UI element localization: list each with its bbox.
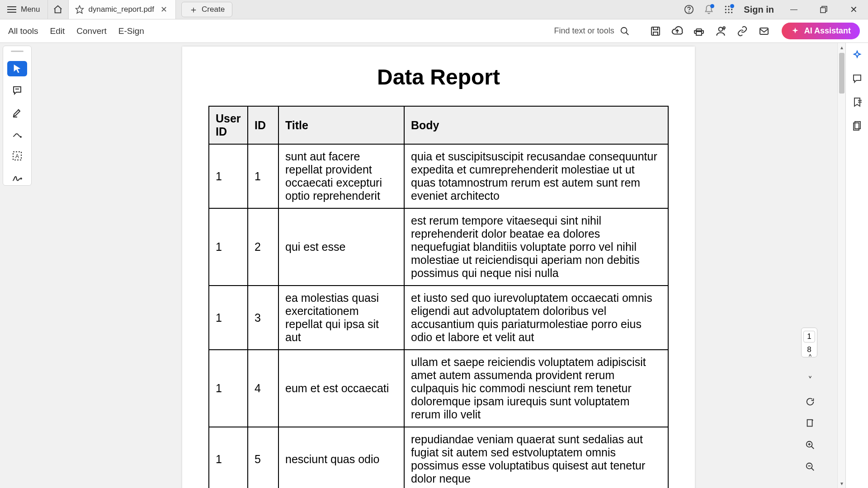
ai-assistant-label: AI Assistant	[804, 26, 851, 36]
hamburger-icon	[7, 6, 16, 13]
svg-text:A: A	[15, 153, 19, 160]
create-button[interactable]: ＋ Create	[181, 2, 232, 17]
window-maximize-button[interactable]	[814, 6, 834, 13]
svg-point-4	[728, 6, 730, 7]
floating-controls: ˄ ˅	[801, 349, 819, 476]
pages-panel-button[interactable]	[851, 120, 863, 131]
all-tools-button[interactable]: All tools	[8, 26, 38, 36]
apps-button[interactable]	[724, 5, 734, 14]
ai-panel-button[interactable]	[851, 49, 863, 61]
table-row: 13ea molestias quasi exercitationem repe…	[209, 286, 668, 350]
svg-point-8	[731, 9, 732, 10]
bookmarks-panel-button[interactable]	[851, 96, 863, 108]
left-tool-rail: A	[3, 46, 32, 186]
table-cell-user_id: 1	[209, 286, 248, 350]
svg-point-11	[731, 12, 732, 13]
table-cell-user_id: 1	[209, 208, 248, 286]
zoom-out-button[interactable]	[801, 458, 819, 476]
page-down-button[interactable]: ˅	[801, 371, 819, 389]
table-cell-body: quia et suscipitsuscipit recusandae cons…	[404, 144, 668, 208]
comments-icon	[852, 73, 863, 84]
comment-icon	[12, 85, 23, 96]
share-user-button[interactable]	[715, 25, 726, 37]
search-icon	[620, 26, 630, 36]
signature-tool-button[interactable]	[7, 170, 27, 185]
signature-icon	[11, 172, 23, 183]
create-label: Create	[202, 5, 225, 14]
document-viewport: Data Report User ID ID Title Body 11sunt…	[32, 43, 845, 488]
help-button[interactable]	[684, 5, 694, 14]
table-cell-user_id: 1	[209, 350, 248, 427]
home-button[interactable]	[48, 0, 69, 19]
save-button[interactable]	[650, 25, 661, 37]
column-header-title: Title	[278, 106, 404, 144]
highlight-tool-button[interactable]	[7, 104, 27, 120]
text-select-icon: A	[12, 150, 23, 161]
convert-button[interactable]: Convert	[76, 26, 107, 36]
svg-point-17	[718, 27, 722, 31]
bookmark-icon	[852, 97, 863, 108]
text-select-tool-button[interactable]: A	[7, 148, 27, 164]
help-icon	[684, 5, 694, 14]
svg-rect-25	[807, 420, 812, 427]
page-fit-button[interactable]	[801, 414, 819, 432]
select-tool-button[interactable]	[7, 61, 27, 76]
draw-icon	[12, 129, 23, 140]
esign-button[interactable]: E-Sign	[118, 26, 144, 36]
svg-line-31	[811, 468, 814, 471]
maximize-icon	[820, 6, 827, 13]
rotate-button[interactable]	[801, 393, 819, 411]
edit-button[interactable]: Edit	[50, 26, 65, 36]
print-icon	[693, 26, 704, 37]
menu-label: Menu	[21, 5, 40, 14]
print-button[interactable]	[693, 25, 705, 37]
svg-rect-19	[760, 28, 768, 34]
table-cell-body: repudiandae veniam quaerat sunt sedalias…	[404, 427, 668, 488]
close-tab-button[interactable]: ✕	[159, 5, 169, 14]
window-close-button[interactable]: ✕	[844, 4, 863, 15]
document-scroll-area[interactable]: Data Report User ID ID Title Body 11sunt…	[32, 43, 845, 488]
scroll-up-button[interactable]: ▴	[838, 43, 845, 52]
find-button[interactable]: Find text or tools	[554, 26, 630, 36]
comment-tool-button[interactable]	[7, 83, 27, 98]
document-tab[interactable]: dynamic_report.pdf ✕	[69, 0, 176, 19]
home-icon	[53, 5, 63, 14]
apps-dot-icon	[730, 4, 734, 8]
toolbar: All tools Edit Convert E-Sign Find text …	[0, 19, 868, 43]
ai-assistant-button[interactable]: AI Assistant	[782, 23, 860, 39]
vertical-scrollbar[interactable]: ▴ ▾	[837, 43, 845, 488]
signin-button[interactable]: Sign in	[744, 5, 774, 15]
email-button[interactable]	[758, 25, 770, 37]
svg-point-7	[728, 9, 730, 10]
notifications-button[interactable]	[704, 5, 714, 14]
link-button[interactable]	[736, 25, 748, 37]
link-icon	[737, 26, 748, 37]
scroll-down-button[interactable]: ▾	[838, 479, 845, 488]
zoom-in-icon	[805, 440, 815, 450]
table-cell-id: 3	[248, 286, 278, 350]
page-fit-icon	[805, 418, 815, 428]
sparkle-outline-icon	[852, 50, 863, 61]
data-table: User ID ID Title Body 11sunt aut facere …	[208, 106, 669, 488]
svg-point-24	[21, 178, 22, 179]
rail-drag-handle-icon[interactable]	[11, 51, 24, 52]
page-up-button[interactable]: ˄	[801, 349, 819, 367]
menu-button[interactable]: Menu	[0, 0, 48, 19]
comments-panel-button[interactable]	[851, 73, 863, 84]
close-icon: ✕	[850, 4, 858, 15]
scroll-thumb[interactable]	[839, 53, 844, 94]
table-row: 11sunt aut facere repellat provident occ…	[209, 144, 668, 208]
cloud-upload-button[interactable]	[671, 25, 683, 37]
table-cell-title: ea molestias quasi exercitationem repell…	[278, 286, 404, 350]
draw-tool-button[interactable]	[7, 127, 27, 142]
svg-rect-15	[651, 27, 660, 35]
table-cell-body: et iusto sed quo iurevoluptatem occaecat…	[404, 286, 668, 350]
current-page: 1	[803, 331, 815, 343]
zoom-in-button[interactable]	[801, 436, 819, 454]
window-minimize-button[interactable]: —	[784, 5, 804, 14]
svg-point-21	[20, 136, 21, 137]
find-label: Find text or tools	[554, 26, 614, 36]
plus-icon: ＋	[189, 5, 198, 14]
table-cell-body: est rerum tempore vitaesequi sint nihil …	[404, 208, 668, 286]
tab-filename: dynamic_report.pdf	[89, 5, 155, 14]
